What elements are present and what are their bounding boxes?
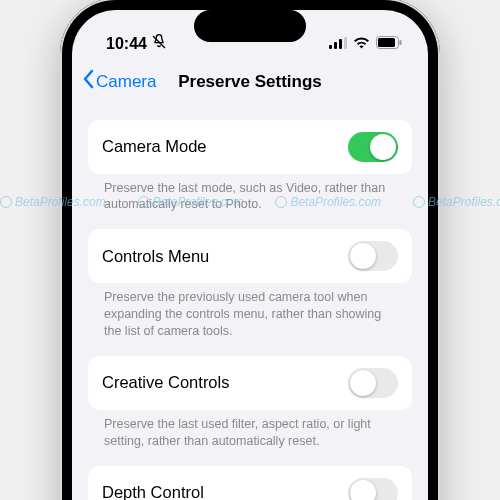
svg-rect-3 xyxy=(339,39,342,49)
svg-rect-6 xyxy=(378,38,395,47)
chevron-left-icon xyxy=(82,69,94,94)
svg-rect-1 xyxy=(329,45,332,49)
svg-rect-2 xyxy=(334,42,337,49)
status-time: 10:44 xyxy=(106,35,147,53)
setting-label: Depth Control xyxy=(102,483,204,500)
setting-label: Creative Controls xyxy=(102,373,229,392)
screen: 10:44 xyxy=(72,10,428,501)
setting-description: Preserve the previously used camera tool… xyxy=(88,283,412,350)
toggle-camera-mode[interactable] xyxy=(348,132,398,162)
silent-icon xyxy=(151,34,167,54)
signal-icon xyxy=(329,35,347,53)
back-label: Camera xyxy=(96,72,156,92)
svg-rect-7 xyxy=(400,40,402,45)
setting-label: Controls Menu xyxy=(102,247,209,266)
battery-icon xyxy=(376,35,402,53)
setting-label: Camera Mode xyxy=(102,137,207,156)
settings-list: Camera Mode Preserve the last mode, such… xyxy=(72,102,428,501)
setting-row-depth-control[interactable]: Depth Control xyxy=(88,466,412,500)
setting-description: Preserve the last mode, such as Video, r… xyxy=(88,174,412,224)
wifi-icon xyxy=(353,35,370,53)
nav-bar: Camera Preserve Settings xyxy=(72,62,428,102)
setting-row-creative-controls[interactable]: Creative Controls xyxy=(88,356,412,410)
setting-row-controls-menu[interactable]: Controls Menu xyxy=(88,229,412,283)
toggle-creative-controls[interactable] xyxy=(348,368,398,398)
setting-description: Preserve the last used filter, aspect ra… xyxy=(88,410,412,460)
dynamic-island xyxy=(194,10,306,42)
toggle-controls-menu[interactable] xyxy=(348,241,398,271)
setting-row-camera-mode[interactable]: Camera Mode xyxy=(88,120,412,174)
toggle-depth-control[interactable] xyxy=(348,478,398,500)
svg-rect-4 xyxy=(344,37,347,49)
back-button[interactable]: Camera xyxy=(82,69,156,94)
phone-frame: 10:44 xyxy=(60,0,440,500)
